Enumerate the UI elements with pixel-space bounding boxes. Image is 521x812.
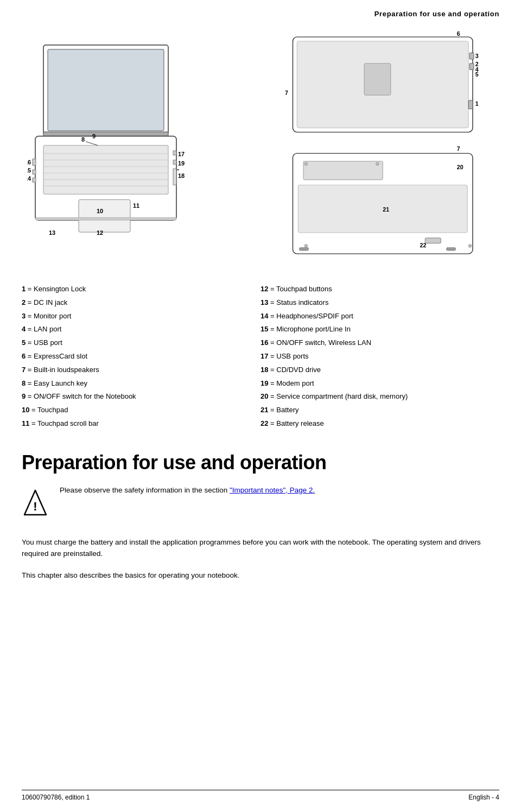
svg-text:7: 7 xyxy=(285,89,288,96)
svg-rect-35 xyxy=(364,63,391,95)
legend-item: 16 = ON/OFF switch, Wireless LAN xyxy=(260,337,499,349)
page-footer: 10600790786, edition 1 English - 4 xyxy=(22,790,499,801)
legend-item: 1 = Kensington Lock xyxy=(22,284,260,295)
legend-item: 20 = Service compartment (hard disk, mem… xyxy=(260,391,499,402)
legend-item: 10 = Touchpad xyxy=(22,405,260,416)
svg-text:22: 22 xyxy=(420,242,427,248)
laptop-left-diagram: 8 9 10 11 12 13 14 15 16 17 xyxy=(27,40,228,257)
diagram-section: 8 9 10 11 12 13 14 15 16 17 xyxy=(0,23,521,273)
svg-text:14: 14 xyxy=(27,175,31,182)
svg-rect-13 xyxy=(33,159,36,165)
warning-static-text: Please observe the safety information in… xyxy=(60,486,230,494)
svg-text:11: 11 xyxy=(133,202,139,209)
svg-rect-14 xyxy=(33,170,36,174)
legend-item: 12 = Touchpad buttons xyxy=(260,284,499,295)
legend-left-col: 1 = Kensington Lock2 = DC IN jack3 = Mon… xyxy=(22,284,260,430)
svg-point-45 xyxy=(376,162,379,165)
legend-item: 11 = Touchpad scroll bar xyxy=(22,418,260,430)
warning-icon: ! xyxy=(22,488,49,520)
svg-rect-11 xyxy=(79,200,130,232)
svg-text:18: 18 xyxy=(178,172,185,179)
legend-item: 18 = CD/DVD drive xyxy=(260,365,499,376)
svg-rect-36 xyxy=(469,53,474,59)
warning-section: ! Please observe the safety information … xyxy=(0,485,521,531)
legend-section: 1 = Kensington Lock2 = DC IN jack3 = Mon… xyxy=(0,273,521,435)
svg-text:16: 16 xyxy=(27,159,31,165)
legend-item: 15 = Microphone port/Line In xyxy=(260,324,499,335)
svg-rect-49 xyxy=(446,247,456,251)
svg-text:7: 7 xyxy=(457,145,460,152)
diagram-container: 8 9 10 11 12 13 14 15 16 17 xyxy=(27,29,494,267)
legend-item: 2 = DC IN jack xyxy=(22,297,260,309)
legend-item: 14 = Headphones/SPDIF port xyxy=(260,311,499,322)
legend-item: 19 = Modem port xyxy=(260,378,499,389)
body-text-2: This chapter also describes the basics f… xyxy=(0,564,521,586)
svg-point-47 xyxy=(468,244,472,247)
main-heading: Preparation for use and operation xyxy=(0,435,521,485)
svg-rect-19 xyxy=(35,218,176,220)
svg-text:!: ! xyxy=(33,500,37,513)
legend-item: 22 = Battery release xyxy=(260,418,499,430)
legend-item: 3 = Monitor port xyxy=(22,311,260,322)
legend-item: 13 = Status indicators xyxy=(260,297,499,309)
body-text-1: You must charge the battery and install … xyxy=(0,531,521,564)
svg-rect-1 xyxy=(48,49,164,131)
svg-point-44 xyxy=(304,162,308,165)
svg-text:1: 1 xyxy=(475,100,479,107)
svg-text:3: 3 xyxy=(475,53,479,59)
svg-text:13: 13 xyxy=(49,229,55,236)
svg-rect-43 xyxy=(425,238,441,244)
svg-rect-16 xyxy=(173,151,176,155)
legend-item: 7 = Built-in loudspeakers xyxy=(22,365,260,376)
svg-text:10: 10 xyxy=(97,208,103,214)
svg-rect-4 xyxy=(43,145,168,194)
svg-text:12: 12 xyxy=(97,229,103,236)
svg-rect-18 xyxy=(173,169,176,185)
svg-rect-17 xyxy=(173,160,176,164)
legend-item: 4 = LAN port xyxy=(22,324,260,335)
svg-text:20: 20 xyxy=(457,164,463,170)
page-header: Preparation for use and operation xyxy=(0,0,521,23)
svg-text:8: 8 xyxy=(81,136,85,143)
svg-text:5: 5 xyxy=(475,71,479,78)
svg-text:6: 6 xyxy=(457,30,460,37)
footer-right: English - 4 xyxy=(468,794,499,801)
svg-rect-37 xyxy=(469,63,474,70)
svg-rect-42 xyxy=(303,161,383,180)
legend-item: 21 = Battery xyxy=(260,405,499,416)
header-title: Preparation for use and operation xyxy=(374,10,499,18)
warning-link[interactable]: "Important notes", Page 2. xyxy=(230,486,315,494)
svg-rect-48 xyxy=(299,247,309,251)
legend-item: 6 = ExpressCard slot xyxy=(22,351,260,362)
svg-rect-15 xyxy=(33,178,36,182)
svg-text:9: 9 xyxy=(92,133,96,139)
svg-point-46 xyxy=(304,244,308,247)
legend-item: 8 = Easy Launch key xyxy=(22,378,260,389)
warning-text: Please observe the safety information in… xyxy=(60,485,315,496)
legend-item: 9 = ON/OFF switch for the Notebook xyxy=(22,391,260,402)
legend-right-col: 12 = Touchpad buttons13 = Status indicat… xyxy=(260,284,499,430)
legend-item: 5 = USB port xyxy=(22,337,260,349)
svg-text:21: 21 xyxy=(383,206,389,213)
svg-rect-38 xyxy=(468,100,473,109)
svg-text:17: 17 xyxy=(178,151,185,157)
svg-text:19: 19 xyxy=(178,160,185,167)
laptop-right-diagram: 1 2 3 4 5 6 7 7 20 21 22 xyxy=(282,29,494,262)
svg-text:15: 15 xyxy=(27,167,31,174)
footer-left: 10600790786, edition 1 xyxy=(22,794,90,801)
legend-item: 17 = USB ports xyxy=(260,351,499,362)
